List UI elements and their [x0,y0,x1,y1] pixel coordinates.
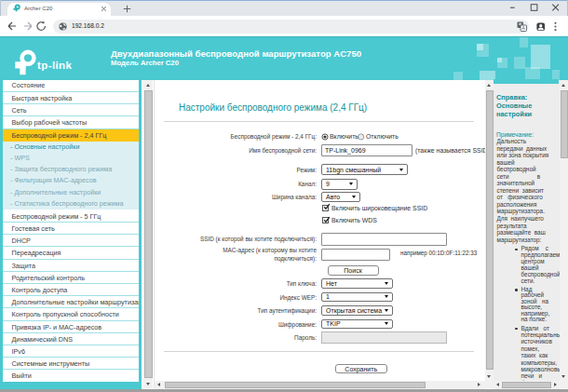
svg-text:A: A [521,25,525,31]
svg-text:tp-link: tp-link [37,60,72,71]
